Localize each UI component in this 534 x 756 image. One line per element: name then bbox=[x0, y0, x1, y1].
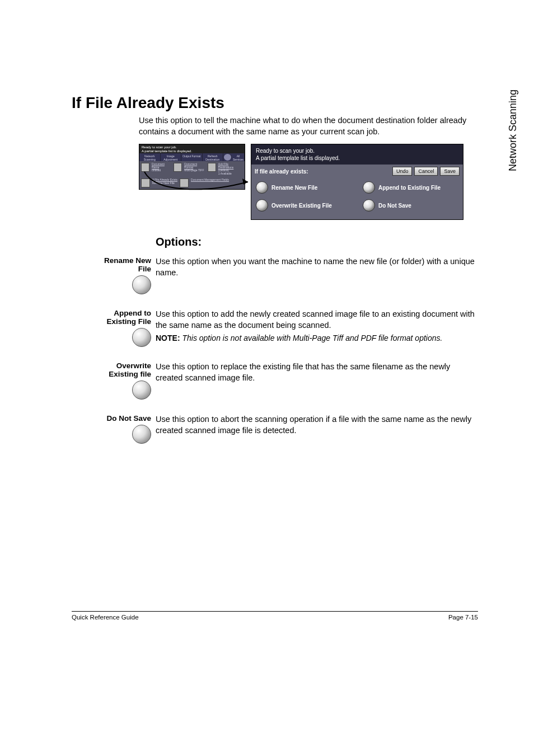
option-rename-new-file[interactable]: Rename New File bbox=[256, 181, 352, 194]
thumb-status-line2: A partial template list is displayed. bbox=[142, 149, 242, 153]
option-desc-overwrite-existing: OverwriteExisting file Use this option t… bbox=[72, 361, 478, 400]
save-button[interactable]: Save bbox=[440, 167, 460, 176]
settings-panel-thumbnail: Ready to scan your job. A partial templa… bbox=[139, 144, 245, 190]
option-label: Do Not Save bbox=[378, 203, 411, 209]
radio-sphere-icon bbox=[132, 328, 151, 347]
thumb-btn-document-name: Document Name bbox=[152, 162, 165, 169]
option-overwrite-existing[interactable]: Overwrite Existing File bbox=[256, 199, 352, 212]
option-label: Append to Existing File bbox=[378, 185, 441, 191]
page-content: If File Already Exists Use this option t… bbox=[72, 94, 478, 458]
dialog-status-line2: A partial template list is displayed. bbox=[256, 154, 458, 162]
if-file-exists-dialog: Ready to scan your job. A partial templa… bbox=[251, 144, 463, 220]
option-label: Overwrite Existing File bbox=[271, 203, 332, 209]
doc-mgmt-fields-icon bbox=[180, 179, 189, 187]
option-desc-body: Use this option to abort the scanning op… bbox=[156, 414, 478, 444]
option-desc-append-to-existing: Append toExisting File Use this option t… bbox=[72, 309, 478, 347]
thumb-tab-image-adjustment: Image Adjustment bbox=[161, 153, 182, 161]
document-format-icon bbox=[174, 163, 182, 172]
globe-icon bbox=[224, 154, 232, 161]
page-footer: Quick Reference Guide Page 7-15 bbox=[72, 611, 478, 621]
thumb-btn-add-destinations: Add File Destinations bbox=[218, 162, 234, 169]
radio-icon bbox=[363, 199, 375, 212]
undo-button[interactable]: Undo bbox=[392, 167, 413, 176]
if-file-exists-icon bbox=[141, 179, 150, 187]
option-desc-body: Use this option to replace the existing … bbox=[156, 361, 478, 400]
option-desc-do-not-save: Do Not Save Use this option to abort the… bbox=[72, 414, 478, 444]
option-desc-label: Do Not Save bbox=[72, 414, 151, 422]
option-desc-label: Append toExisting File bbox=[72, 309, 151, 326]
radio-sphere-icon bbox=[132, 381, 151, 400]
section-side-label: Network Scanning bbox=[507, 90, 519, 171]
thumb-tab-network-scanning: Network Scanning bbox=[139, 153, 161, 161]
thumb-tab-output-format: Output Format bbox=[181, 153, 203, 161]
footer-right: Page 7-15 bbox=[448, 614, 478, 621]
add-destinations-icon bbox=[208, 163, 216, 172]
document-name-icon bbox=[141, 163, 149, 172]
radio-icon bbox=[363, 181, 375, 194]
intro-paragraph: Use this option to tell the machine what… bbox=[139, 115, 478, 137]
dialog-bar-label: If file already exists: bbox=[255, 168, 308, 175]
dialog-status-line1: Ready to scan your job. bbox=[256, 147, 458, 154]
footer-left: Quick Reference Guide bbox=[72, 614, 139, 621]
option-append-to-existing[interactable]: Append to Existing File bbox=[363, 181, 458, 194]
option-do-not-save[interactable]: Do Not Save bbox=[363, 199, 458, 212]
option-desc-body: Use this option when you want the machin… bbox=[156, 256, 478, 294]
thumb-btn-doc-mgmt-fields: Document Management Fields bbox=[191, 178, 229, 181]
radio-icon bbox=[256, 181, 268, 194]
screenshot-figures: Ready to scan your job. A partial templa… bbox=[139, 144, 478, 220]
radio-sphere-icon bbox=[132, 275, 151, 294]
option-desc-note: NOTE: This option is not available with … bbox=[156, 333, 478, 344]
thumb-tab-all-services: All Services bbox=[232, 153, 245, 161]
page-title: If File Already Exists bbox=[72, 94, 478, 112]
option-desc-label: OverwriteExisting file bbox=[72, 361, 151, 378]
thumb-tab-refresh-destination: Refresh Destination bbox=[203, 153, 224, 161]
option-desc-label: Rename NewFile bbox=[72, 256, 151, 273]
cancel-button[interactable]: Cancel bbox=[414, 167, 438, 176]
thumb-btn-document-format: Document Format bbox=[184, 162, 197, 169]
options-heading: Options: bbox=[156, 236, 478, 248]
radio-icon bbox=[256, 199, 268, 212]
thumb-status-line1: Ready to scan your job. bbox=[142, 145, 242, 149]
radio-sphere-icon bbox=[132, 425, 151, 444]
option-desc-body: Use this option to add the newly created… bbox=[156, 309, 475, 330]
option-desc-rename-new-file: Rename NewFile Use this option when you … bbox=[72, 256, 478, 294]
option-label: Rename New File bbox=[271, 185, 317, 191]
